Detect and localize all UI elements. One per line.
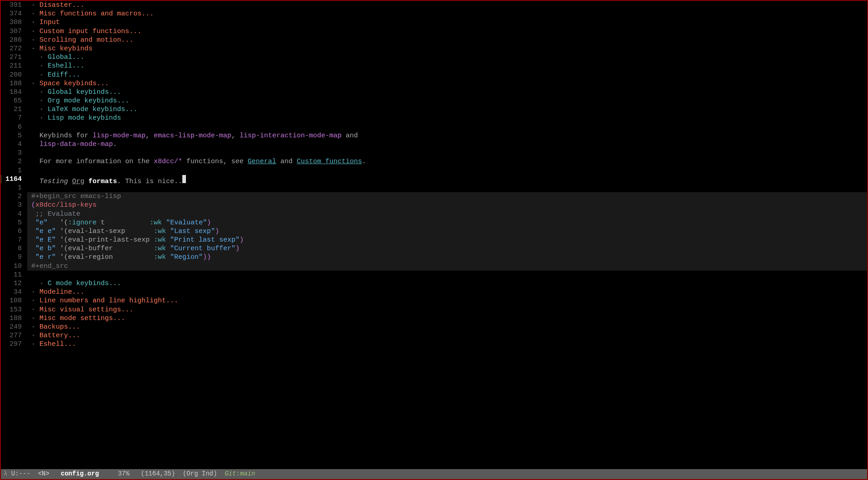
blank-line[interactable]: [27, 149, 867, 157]
line-number: 211: [1, 62, 22, 70]
line-number-gutter: 3913743083072862722712112001881846521765…: [1, 1, 24, 469]
cursor: [182, 175, 186, 183]
org-heading[interactable]: · Misc keybinds: [27, 44, 867, 53]
line-number: 7: [1, 236, 22, 244]
blank-line[interactable]: [27, 123, 867, 131]
org-heading[interactable]: · Space keybinds...: [27, 79, 867, 88]
org-link[interactable]: Custom functions: [297, 158, 362, 165]
org-heading[interactable]: · Disaster...: [27, 1, 867, 10]
src-code-line[interactable]: ;; Evaluate: [27, 210, 867, 218]
org-heading[interactable]: · Line numbers and line highlight...: [27, 296, 867, 305]
src-code-line[interactable]: "e r" '(eval-region :wk "Region")): [27, 253, 867, 262]
org-paragraph[interactable]: Keybinds for lisp-mode-map, emacs-lisp-m…: [27, 131, 867, 140]
modeline-vcs: Git:main: [224, 470, 255, 478]
org-heading[interactable]: · Misc visual settings...: [27, 305, 867, 314]
org-heading[interactable]: · Misc mode settings...: [27, 314, 867, 323]
line-number: 6: [1, 123, 22, 131]
blank-line[interactable]: [27, 166, 867, 175]
editor: 3913743083072862722712112001881846521765…: [1, 1, 867, 469]
line-number: 188: [1, 314, 22, 323]
org-link[interactable]: General: [248, 158, 276, 165]
org-heading[interactable]: · Scrolling and motion...: [27, 36, 867, 44]
line-number: 3: [1, 201, 22, 209]
line-number: 153: [1, 305, 22, 314]
line-number: 374: [1, 10, 22, 18]
line-number: 277: [1, 331, 22, 340]
modeline-major-mode: (Org Ind): [183, 470, 217, 478]
line-number: 5: [1, 218, 22, 227]
line-number: 1: [1, 184, 22, 192]
modeline-status: U:---: [11, 470, 38, 478]
line-number: 1: [1, 166, 22, 175]
line-number: 249: [1, 323, 22, 331]
line-number: 65: [1, 97, 22, 105]
line-number: 391: [1, 1, 22, 10]
line-number: 34: [1, 288, 22, 296]
line-number: 271: [1, 53, 22, 62]
line-number: 308: [1, 18, 22, 27]
line-number: 4: [1, 140, 22, 149]
line-number: 6: [1, 227, 22, 236]
line-number: 200: [1, 71, 22, 79]
src-code-line[interactable]: (x8dcc/lisp-keys: [27, 201, 867, 209]
modeline-buffer-name: config.org: [61, 470, 99, 478]
blank-line[interactable]: [27, 271, 867, 279]
org-heading[interactable]: · Global keybinds...: [27, 88, 867, 97]
modeline-lambda: λ: [4, 470, 11, 478]
buffer-content[interactable]: · Disaster... · Misc functions and macro…: [24, 1, 867, 469]
org-heading[interactable]: · Custom input functions...: [27, 27, 867, 36]
line-number: 3: [1, 149, 22, 157]
modeline-evil-state: <N>: [38, 470, 49, 478]
src-code-line[interactable]: "e e" '(eval-last-sexp :wk "Last sexp"): [27, 227, 867, 236]
org-heading[interactable]: · Ediff...: [27, 71, 867, 79]
src-block-end[interactable]: #+end_src: [27, 262, 867, 271]
org-heading[interactable]: · Eshell...: [27, 340, 867, 349]
cursor-line[interactable]: Testing Org formats. This is nice..: [27, 175, 867, 184]
org-heading[interactable]: · Misc functions and macros...: [27, 10, 867, 18]
org-heading[interactable]: · Battery...: [27, 331, 867, 340]
src-code-line[interactable]: "e E" '(eval-print-last-sexp :wk "Print …: [27, 236, 867, 244]
line-number: 272: [1, 44, 22, 53]
line-number: 1164: [1, 175, 22, 184]
line-number: 184: [1, 88, 22, 97]
line-number: 7: [1, 114, 22, 122]
line-number: 9: [1, 253, 22, 262]
line-number: 307: [1, 27, 22, 36]
line-number: 4: [1, 210, 22, 218]
line-number: 11: [1, 271, 22, 279]
src-code-line[interactable]: "e" '(:ignore t :wk "Evaluate"): [27, 218, 867, 227]
org-heading[interactable]: · Input: [27, 18, 867, 27]
org-heading[interactable]: · Org mode keybinds...: [27, 97, 867, 105]
org-heading[interactable]: · Backups...: [27, 323, 867, 331]
line-number: 21: [1, 105, 22, 114]
line-number: 2: [1, 192, 22, 201]
line-number: 8: [1, 244, 22, 253]
line-number: 108: [1, 296, 22, 305]
org-heading[interactable]: · Global...: [27, 53, 867, 62]
org-heading[interactable]: · Lisp mode keybinds: [27, 114, 867, 122]
line-number: 2: [1, 157, 22, 166]
src-block-begin[interactable]: #+begin_src emacs-lisp: [27, 192, 867, 201]
modeline-position: (1164,35): [141, 470, 176, 478]
org-heading[interactable]: · Eshell...: [27, 62, 867, 70]
org-heading[interactable]: · C mode keybinds...: [27, 279, 867, 288]
org-heading[interactable]: · Modeline...: [27, 288, 867, 296]
org-paragraph[interactable]: For more information on the x8dcc/* func…: [27, 157, 867, 166]
line-number: 297: [1, 340, 22, 349]
modeline: λ U:--- <N> config.org 37% (1164,35) (Or…: [1, 469, 867, 479]
line-number: 286: [1, 36, 22, 44]
line-number: 12: [1, 279, 22, 288]
line-number: 5: [1, 131, 22, 140]
modeline-percent: 37%: [118, 470, 129, 478]
line-number: 10: [1, 262, 22, 271]
src-code-line[interactable]: "e b" '(eval-buffer :wk "Current buffer"…: [27, 244, 867, 253]
line-number: 188: [1, 79, 22, 88]
org-heading[interactable]: · LaTeX mode keybinds...: [27, 105, 867, 114]
org-paragraph[interactable]: lisp-data-mode-map.: [27, 140, 867, 149]
